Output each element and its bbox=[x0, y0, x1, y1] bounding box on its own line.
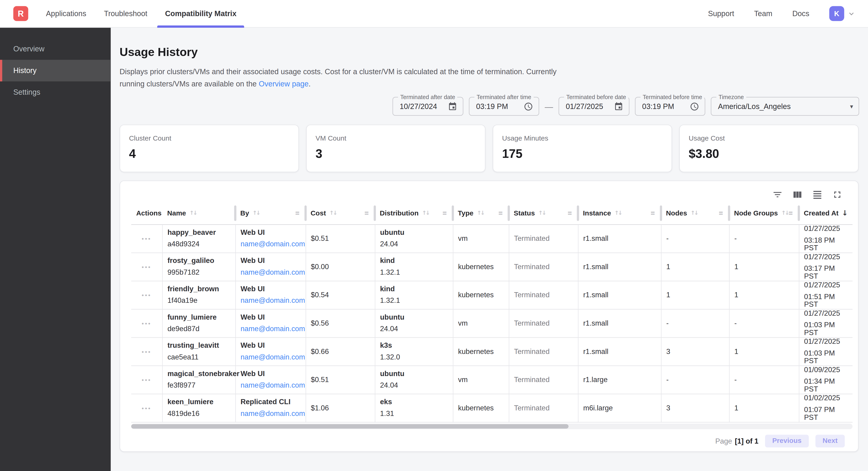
distribution-version: 24.04 bbox=[380, 240, 449, 248]
overview-page-link[interactable]: Overview page bbox=[259, 80, 308, 88]
sort-icon[interactable]: ↑↓ bbox=[477, 210, 485, 216]
show-hide-columns-icon[interactable] bbox=[792, 189, 803, 200]
avatar[interactable]: K bbox=[829, 6, 844, 21]
drag-handle-icon[interactable]: = bbox=[788, 209, 793, 217]
status-cell: Terminated bbox=[509, 365, 578, 394]
column-header-instance[interactable]: Instance↑↓= bbox=[578, 202, 661, 224]
drag-handle-icon[interactable]: = bbox=[498, 209, 503, 217]
row-actions-icon[interactable]: ••• bbox=[142, 264, 151, 270]
row-density-icon[interactable] bbox=[812, 189, 823, 200]
sort-icon[interactable]: ↑↓ bbox=[538, 210, 546, 216]
column-header-node-groups[interactable]: Node Groups↑↓= bbox=[729, 202, 799, 224]
column-header-nodes[interactable]: Nodes↑↓= bbox=[661, 202, 729, 224]
sort-icon[interactable]: ↑↓ bbox=[690, 210, 699, 216]
column-header-distribution[interactable]: Distribution↑↓= bbox=[375, 202, 453, 224]
distribution-version: 1.32.0 bbox=[380, 353, 449, 361]
created-by-email-link[interactable]: name@domain.com bbox=[241, 410, 302, 417]
drag-handle-icon[interactable]: = bbox=[365, 209, 369, 217]
sort-icon[interactable]: ↑↓ bbox=[329, 210, 337, 216]
created-by-email-link[interactable]: name@domain.com bbox=[241, 297, 302, 305]
drag-handle-icon[interactable]: = bbox=[568, 209, 572, 217]
link-support[interactable]: Support bbox=[708, 9, 734, 18]
column-header-by[interactable]: By↑↓= bbox=[235, 202, 306, 224]
row-actions-icon[interactable]: ••• bbox=[142, 292, 151, 298]
horizontal-scrollbar[interactable] bbox=[131, 423, 852, 429]
sorted-descending-icon[interactable]: ↓ bbox=[842, 209, 849, 217]
nodes-cell: 1 bbox=[661, 253, 729, 281]
terminated-before-time-field[interactable]: Terminated before time 03:19 PM bbox=[635, 97, 705, 116]
cluster-count-card: Cluster Count 4 bbox=[120, 125, 299, 172]
replicated-logo[interactable]: R bbox=[13, 6, 28, 21]
created-date: 01/27/2025 bbox=[804, 338, 849, 346]
drag-handle-icon[interactable]: = bbox=[719, 209, 723, 217]
terminated-after-time-label: Terminated after time bbox=[474, 93, 533, 100]
column-header-cost[interactable]: Cost↑↓= bbox=[306, 202, 375, 224]
next-page-button[interactable]: Next bbox=[815, 434, 845, 447]
created-date: 01/27/2025 bbox=[804, 282, 849, 289]
table-row: ••• keen_lumiere4819de16 Replicated CLIn… bbox=[131, 394, 852, 422]
sort-icon[interactable]: ↑↓ bbox=[189, 210, 197, 216]
column-label: Status bbox=[514, 209, 535, 217]
link-team[interactable]: Team bbox=[754, 9, 772, 18]
terminated-before-date-field[interactable]: Terminated before date 01/27/2025 bbox=[559, 97, 629, 116]
sort-icon[interactable]: ↑↓ bbox=[422, 210, 430, 216]
distribution-name: ubuntu bbox=[380, 314, 449, 321]
type-cell: kubernetes bbox=[453, 253, 509, 281]
instance-cell: r1.small bbox=[578, 309, 661, 337]
terminated-after-time-field[interactable]: Terminated after time 03:19 PM bbox=[469, 97, 539, 116]
column-header-name[interactable]: Name↑↓ bbox=[162, 202, 235, 224]
clock-icon[interactable] bbox=[524, 101, 533, 111]
node-groups-cell: 1 bbox=[729, 253, 799, 281]
node-groups-cell: - bbox=[729, 365, 799, 394]
distribution-name: k3s bbox=[380, 342, 449, 350]
created-by-email-link[interactable]: name@domain.com bbox=[241, 382, 302, 389]
sort-icon[interactable]: ↑↓ bbox=[781, 210, 789, 216]
timezone-select[interactable]: Timezone America/Los_Angeles ▾ bbox=[711, 97, 859, 116]
tab-troubleshoot[interactable]: Troubleshoot bbox=[95, 0, 156, 27]
cluster-id: 995b7182 bbox=[167, 269, 232, 276]
scrollbar-thumb[interactable] bbox=[131, 424, 568, 429]
row-actions-icon[interactable]: ••• bbox=[142, 377, 151, 383]
row-actions-icon[interactable]: ••• bbox=[142, 235, 151, 242]
created-by-email-link[interactable]: name@domain.com bbox=[241, 269, 302, 276]
terminated-after-date-field[interactable]: Terminated after date 10/27/2024 bbox=[393, 97, 464, 116]
sidebar-item-history[interactable]: History bbox=[0, 60, 111, 82]
sort-icon[interactable]: ↑↓ bbox=[614, 210, 622, 216]
type-cell: kubernetes bbox=[453, 337, 509, 365]
previous-page-button[interactable]: Previous bbox=[765, 434, 809, 447]
primary-tabs: Applications Troubleshoot Compatibility … bbox=[37, 0, 245, 27]
drag-handle-icon[interactable]: = bbox=[295, 209, 300, 217]
column-header-status[interactable]: Status↑↓= bbox=[509, 202, 578, 224]
created-by-email-link[interactable]: name@domain.com bbox=[241, 325, 302, 333]
row-actions-icon[interactable]: ••• bbox=[142, 348, 151, 355]
select-caret-icon[interactable]: ▾ bbox=[850, 103, 853, 110]
row-actions-icon[interactable]: ••• bbox=[142, 405, 151, 412]
created-by-email-link[interactable]: name@domain.com bbox=[241, 353, 302, 361]
table-row: ••• funny_lumierede9ed87d Web UIname@dom… bbox=[131, 309, 852, 337]
row-actions-icon[interactable]: ••• bbox=[142, 320, 151, 327]
terminated-after-date-label: Terminated after date bbox=[398, 93, 458, 100]
clock-icon[interactable] bbox=[690, 101, 699, 111]
calendar-icon[interactable] bbox=[448, 101, 457, 111]
link-docs[interactable]: Docs bbox=[792, 9, 809, 18]
fullscreen-icon[interactable] bbox=[831, 189, 842, 200]
column-label: Nodes bbox=[666, 209, 687, 217]
created-by-email-link[interactable]: name@domain.com bbox=[241, 240, 302, 248]
distribution-name: ubuntu bbox=[380, 229, 449, 236]
calendar-icon[interactable] bbox=[614, 101, 623, 111]
filter-icon[interactable] bbox=[772, 189, 783, 200]
drag-handle-icon[interactable]: = bbox=[651, 209, 655, 217]
table-row: ••• happy_beavera48d9324 Web UIname@doma… bbox=[131, 224, 852, 253]
sidebar-item-settings[interactable]: Settings bbox=[0, 81, 111, 103]
sort-icon[interactable]: ↑↓ bbox=[252, 210, 260, 216]
created-time: 01:51 PM PST bbox=[804, 293, 849, 308]
card-value: 175 bbox=[502, 147, 663, 161]
column-header-type[interactable]: Type↑↓= bbox=[453, 202, 509, 224]
column-header-created-at[interactable]: Created At↓ bbox=[799, 202, 852, 224]
tab-applications[interactable]: Applications bbox=[37, 0, 95, 27]
drag-handle-icon[interactable]: = bbox=[442, 209, 447, 217]
sidebar-item-overview[interactable]: Overview bbox=[0, 38, 111, 60]
tab-compatibility-matrix[interactable]: Compatibility Matrix bbox=[156, 0, 245, 27]
chevron-down-icon[interactable] bbox=[847, 9, 856, 18]
table-row: ••• frosty_galileo995b7182 Web UIname@do… bbox=[131, 253, 852, 281]
